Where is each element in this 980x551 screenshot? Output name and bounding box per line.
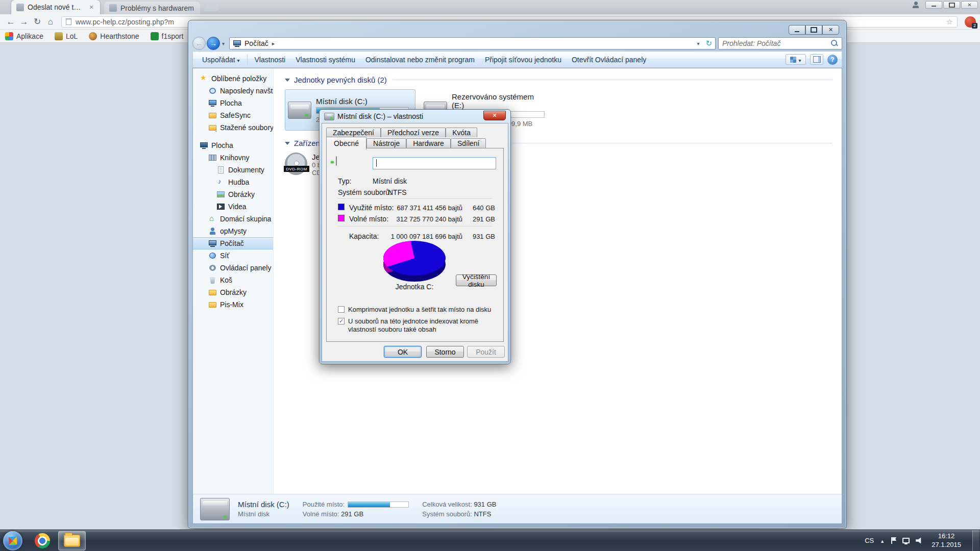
- search-input[interactable]: [722, 39, 831, 47]
- breadcrumb[interactable]: Počítač: [244, 39, 268, 47]
- filesystem-value: NTFS: [388, 188, 407, 196]
- bookmark-item[interactable]: LoL: [55, 32, 78, 40]
- compress-checkbox-row[interactable]: Komprimovat jednotku a šetřit tak místo …: [338, 306, 491, 314]
- cancel-button[interactable]: Storno: [426, 346, 464, 358]
- network-icon[interactable]: [902, 538, 910, 543]
- taskbar-clock[interactable]: 16:12 27.1.2015: [928, 532, 964, 549]
- toolbar-command[interactable]: Vlastnosti systému: [290, 54, 360, 66]
- dialog-body: ZabezpečeníPředchozí verzeKvóta ObecnéNá…: [322, 123, 508, 362]
- forward-icon[interactable]: →: [17, 15, 31, 29]
- sidebar-item[interactable]: Hudba: [193, 176, 273, 188]
- action-center-icon[interactable]: [891, 537, 896, 544]
- dialog-tab[interactable]: Obecné: [326, 137, 366, 149]
- back-icon[interactable]: ←: [4, 15, 17, 29]
- sidebar-item-label: Obrázky: [228, 190, 255, 198]
- dialog-tab[interactable]: Kvóta: [446, 128, 477, 137]
- preview-pane-button[interactable]: [810, 54, 823, 65]
- sidebar-item[interactable]: Dokumenty: [193, 164, 273, 176]
- explorer-address-bar[interactable]: Počítač ▸ ▾: [229, 37, 716, 49]
- bookmark-favicon: [89, 32, 97, 40]
- chevron-down-icon: [237, 56, 239, 64]
- toolbar-command[interactable]: Odinstalovat nebo změnit program: [360, 54, 480, 66]
- sidebar-item[interactable]: Oblíbené položky: [193, 72, 273, 85]
- bookmark-item[interactable]: Aplikace: [5, 32, 43, 40]
- dialog-tab[interactable]: Nástroje: [366, 138, 406, 148]
- separator: [338, 226, 492, 227]
- refresh-icon[interactable]: ↻: [31, 15, 44, 29]
- sidebar-item[interactable]: Knihovny: [193, 152, 273, 164]
- bookmark-item[interactable]: Hearthstone: [89, 32, 139, 40]
- collapse-arrow-icon[interactable]: [285, 142, 290, 145]
- sidebar-item[interactable]: opMysty: [193, 225, 273, 237]
- sidebar-item[interactable]: Obrázky: [193, 188, 273, 201]
- volume-label-input[interactable]: [373, 157, 496, 169]
- sidebar-item[interactable]: Pis-Mix: [193, 298, 273, 311]
- organize-menu[interactable]: Uspořádat: [197, 54, 245, 66]
- sidebar-item-label: Knihovny: [220, 154, 250, 162]
- sidebar-item[interactable]: Naposledy navštívené: [193, 85, 273, 97]
- home-icon[interactable]: ⌂: [44, 15, 57, 29]
- dialog-tab[interactable]: Zabezpečení: [326, 128, 381, 137]
- index-checkbox-row[interactable]: U souborů na této jednotce indexovat kro…: [338, 317, 502, 333]
- sidebar-item[interactable]: Počítač: [193, 237, 273, 249]
- maximize-button[interactable]: [805, 25, 822, 35]
- show-hidden-icons-icon[interactable]: [880, 537, 885, 544]
- volume-label-field[interactable]: [373, 157, 496, 169]
- checkbox-checked[interactable]: [338, 318, 345, 324]
- toolbar-command[interactable]: Vlastnosti: [250, 54, 291, 66]
- collapse-arrow-icon[interactable]: [285, 79, 290, 82]
- sidebar-item[interactable]: Ovládací panely: [193, 262, 273, 274]
- tab-close-icon[interactable]: [88, 4, 95, 11]
- dialog-tab[interactable]: Hardware: [406, 138, 451, 148]
- browser-tab-active[interactable]: Odeslat nové téma: [11, 0, 100, 14]
- minimize-button[interactable]: [925, 1, 942, 9]
- ok-button[interactable]: OK: [384, 346, 422, 358]
- checkbox-unchecked[interactable]: [338, 306, 345, 313]
- sidebar-item[interactable]: Stažené soubory: [193, 121, 273, 134]
- minimize-button[interactable]: [789, 25, 805, 35]
- sidebar-item[interactable]: Plocha: [193, 97, 273, 109]
- forward-button[interactable]: →: [207, 37, 220, 50]
- start-button[interactable]: [3, 531, 22, 550]
- extension-icon[interactable]: 2: [965, 16, 976, 28]
- change-view-button[interactable]: [786, 54, 806, 65]
- maximize-button[interactable]: [943, 1, 960, 9]
- profile-icon[interactable]: [911, 2, 921, 10]
- group-header-hard-disks[interactable]: Jednotky pevných disků (2): [285, 76, 842, 84]
- sidebar-item[interactable]: Domácí skupina: [193, 213, 273, 225]
- dialog-title-bar[interactable]: Místní disk (C:) – vlastnosti: [320, 110, 510, 123]
- toolbar-command[interactable]: Otevřít Ovládací panely: [567, 54, 651, 66]
- bookmark-star-icon[interactable]: [946, 17, 953, 27]
- sidebar-item[interactable]: Videa: [193, 201, 273, 213]
- bookmark-item[interactable]: f1sport: [151, 32, 184, 40]
- back-button[interactable]: ←: [192, 37, 206, 50]
- sidebar-item-icon: [208, 87, 217, 95]
- language-indicator[interactable]: CS: [865, 537, 874, 544]
- refresh-icon[interactable]: [705, 39, 712, 48]
- sidebar-item[interactable]: Koš: [193, 274, 273, 286]
- new-tab-button[interactable]: [203, 3, 221, 11]
- explorer-search-box[interactable]: [718, 37, 842, 49]
- dialog-tab[interactable]: Sdílení: [451, 138, 486, 148]
- close-button[interactable]: [961, 1, 978, 9]
- disk-cleanup-button[interactable]: Vyčištění disku: [456, 274, 497, 286]
- dialog-tab[interactable]: Předchozí verze: [381, 128, 446, 137]
- sidebar-item[interactable]: SafeSync: [193, 109, 273, 121]
- toolbar-command[interactable]: Připojit síťovou jednotku: [480, 54, 567, 66]
- close-button[interactable]: [822, 25, 839, 35]
- sidebar-item[interactable]: Plocha: [193, 139, 273, 152]
- breadcrumb-arrow-icon[interactable]: ▸: [268, 40, 279, 47]
- sidebar-item[interactable]: Obrázky: [193, 286, 273, 298]
- taskbar-explorer-button[interactable]: [58, 531, 86, 550]
- volume-icon[interactable]: [916, 538, 922, 544]
- help-button[interactable]: ?: [827, 55, 838, 65]
- sidebar-item-label: Stažené soubory: [220, 123, 273, 132]
- show-desktop-button[interactable]: [972, 530, 979, 551]
- dialog-close-button[interactable]: [483, 111, 506, 120]
- apply-button[interactable]: Použít: [467, 346, 505, 358]
- browser-tab-inactive[interactable]: Problémy s hardwarem: [104, 2, 200, 14]
- sidebar-item[interactable]: Síť: [193, 249, 273, 262]
- recent-pages-chevron-icon[interactable]: ▾: [220, 41, 227, 46]
- address-history-chevron-icon[interactable]: ▾: [695, 41, 701, 46]
- taskbar-chrome-button[interactable]: [29, 531, 56, 550]
